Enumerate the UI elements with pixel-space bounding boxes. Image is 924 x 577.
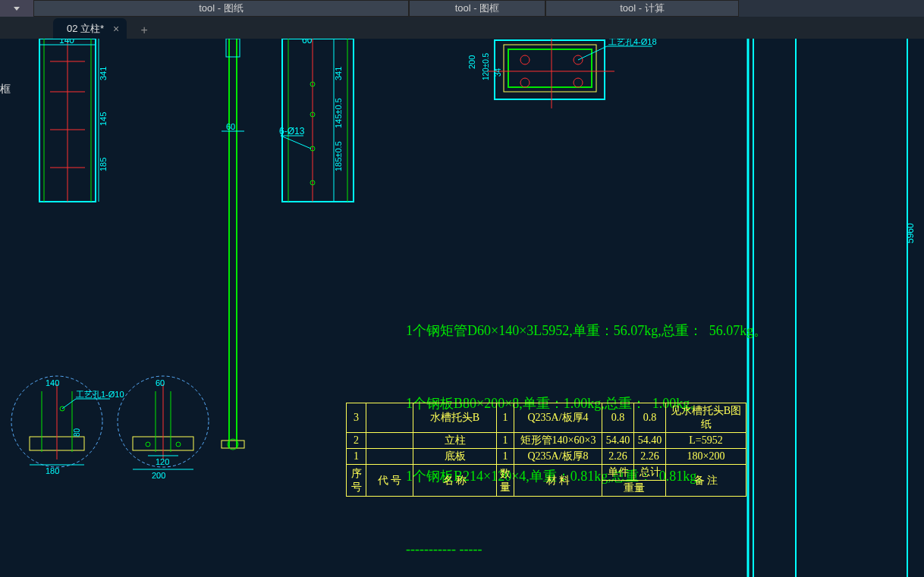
bom-table: 3 水槽托头B 1 Q235A/板厚4 0.8 0.8 见水槽托头B图纸 2 立… [346,403,746,497]
svg-text:120: 120 [156,457,169,466]
svg-text:80: 80 [73,428,81,437]
svg-rect-25 [222,441,244,448]
svg-text:185±0.5: 185±0.5 [334,141,343,171]
svg-text:工艺孔1-Ø10: 工艺孔1-Ø10 [76,390,124,399]
svg-text:341: 341 [334,67,343,80]
svg-text:120±0.5: 120±0.5 [482,52,490,80]
dim-5960: 5960 [905,223,916,243]
calc-separator: ----------- ----- [406,537,767,561]
tool-button-drawing[interactable]: tool - 图纸 [33,0,409,17]
top-toolbar: tool - 图纸 tool - 图框 tool - 计算 [0,0,924,17]
svg-text:145±0.5: 145±0.5 [334,98,343,128]
close-icon[interactable]: × [113,23,119,35]
tool-button-calc[interactable]: tool - 计算 [545,0,739,17]
svg-point-48 [520,78,530,87]
drawing-canvas[interactable]: 框 5960 140 341 145 185 60 [0,39,924,577]
svg-text:60: 60 [226,122,235,131]
new-tab-button[interactable]: + [134,22,154,39]
svg-text:185: 185 [99,158,108,171]
svg-text:180: 180 [46,466,59,475]
svg-line-36 [281,136,311,149]
chevron-down-icon [14,7,20,11]
tool-button-frame[interactable]: tool - 图框 [409,0,545,17]
tab-bar: 02 立柱* × + [0,17,924,39]
svg-line-64 [62,399,76,409]
bom-row: 1 底板 1 Q235A/板厚8 2.26 2.26 180×200 [347,449,746,465]
svg-text:60: 60 [156,378,165,387]
document-tab-label: 02 立柱* [67,22,104,36]
toolbar-dropdown-handle[interactable] [0,0,33,17]
svg-text:341: 341 [99,67,108,80]
svg-text:34: 34 [494,67,502,77]
svg-point-49 [574,78,583,87]
svg-text:6-Ø13: 6-Ø13 [279,126,305,136]
svg-text:工艺孔4-Ø18: 工艺孔4-Ø18 [608,39,657,46]
dim-140a: 140 [59,39,74,45]
svg-text:200: 200 [467,55,476,69]
bom-row: 2 立柱 1 矩形管140×60×3 54.40 54.40 L=5952 [347,433,746,449]
bom-row: 3 水槽托头B 1 Q235A/板厚4 0.8 0.8 见水槽托头B图纸 [347,403,746,433]
svg-text:200: 200 [152,471,165,480]
svg-text:60: 60 [302,39,313,45]
svg-point-77 [176,442,181,447]
svg-point-46 [520,55,530,64]
svg-point-76 [146,442,150,447]
svg-rect-22 [226,39,240,57]
svg-text:145: 145 [99,112,108,126]
svg-text:140: 140 [46,378,59,387]
bom-header-row: 序号 代 号 名 称 数量 材 料 单件 总计 备 注 [347,465,746,481]
calc-line-1: 1个钢矩管D60×140×3L5952,单重：56.07kg,总重： 56.07… [406,318,767,343]
document-tab[interactable]: 02 立柱* × [53,18,127,39]
